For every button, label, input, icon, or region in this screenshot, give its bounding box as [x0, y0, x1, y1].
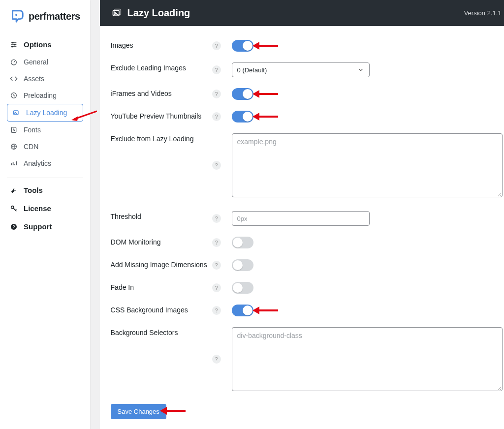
sidebar-item-label: Lazy Loading: [26, 109, 67, 117]
select-value: 0 (Default): [237, 66, 267, 74]
settings-form: Images ? Exclude Leading Images ? 0 (Def…: [100, 26, 504, 429]
help-icon[interactable]: ?: [212, 65, 221, 74]
help-icon[interactable]: ?: [212, 112, 221, 121]
wrench-icon: [10, 186, 18, 194]
toggle-fade-in[interactable]: [232, 282, 253, 294]
sidebar: perfmatters Options General Assets Prelo…: [0, 0, 90, 429]
label-css-bg: CSS Background Images: [111, 305, 212, 314]
toggle-youtube-thumbnails[interactable]: [232, 111, 253, 123]
annotation-arrow: [252, 111, 278, 123]
help-icon[interactable]: ?: [212, 261, 221, 270]
svg-rect-3: [11, 46, 13, 47]
images-icon: [112, 8, 122, 18]
input-threshold[interactable]: [232, 211, 370, 226]
label-threshold: Threshold: [111, 211, 212, 220]
select-exclude-leading[interactable]: 0 (Default): [232, 62, 370, 77]
sidebar-item-label: Analytics: [24, 159, 51, 167]
divider: [7, 178, 83, 178]
key-icon: [10, 205, 18, 213]
toggle-add-dimensions[interactable]: [232, 259, 253, 271]
label-dom-monitoring: DOM Monitoring: [111, 237, 212, 246]
sidebar-item-cdn[interactable]: CDN: [0, 138, 90, 155]
annotation-arrow: [252, 88, 278, 100]
sidebar-item-label: General: [24, 58, 48, 66]
help-icon[interactable]: ?: [212, 41, 221, 50]
label-exclude-leading: Exclude Leading Images: [111, 62, 212, 72]
label-youtube-thumbnails: YouTube Preview Thumbnails: [111, 111, 212, 120]
sidebar-item-label: Fonts: [24, 126, 41, 134]
perfmatters-logo-icon: [10, 9, 25, 24]
annotation-arrow: [252, 305, 278, 316]
save-button[interactable]: Save Changes: [111, 404, 166, 419]
sidebar-item-label: Support: [24, 222, 52, 231]
version-label: Version 2.1.1: [464, 9, 502, 17]
sidebar-item-analytics[interactable]: Analytics: [0, 155, 90, 172]
label-add-dimensions: Add Missing Image Dimensions: [111, 259, 212, 269]
textarea-bg-selectors[interactable]: [232, 327, 503, 391]
bar-chart-icon: [10, 159, 18, 167]
help-icon[interactable]: ?: [212, 161, 221, 170]
page-header: Lazy Loading Version 2.1.1: [100, 0, 504, 26]
toggle-images[interactable]: [232, 40, 253, 52]
brand-name: perfmatters: [29, 11, 80, 22]
help-icon: ?: [10, 223, 18, 231]
code-icon: [10, 75, 18, 83]
label-fade-in: Fade In: [111, 282, 212, 291]
sidebar-item-general[interactable]: General: [0, 54, 90, 70]
help-icon[interactable]: ?: [212, 355, 221, 364]
sidebar-item-support[interactable]: ? Support: [0, 217, 90, 236]
clock-icon: [10, 92, 18, 99]
page-title: Lazy Loading: [127, 7, 190, 19]
brand-logo: perfmatters: [0, 0, 90, 32]
label-exclude-lazy: Exclude from Lazy Loading: [111, 133, 212, 143]
svg-point-0: [15, 14, 17, 16]
svg-rect-1: [12, 42, 14, 43]
toggle-css-bg[interactable]: [232, 305, 253, 316]
sidebar-item-label: CDN: [24, 143, 38, 151]
label-images: Images: [111, 40, 212, 49]
help-icon[interactable]: ?: [212, 90, 221, 98]
label-bg-selectors: Background Selectors: [111, 327, 212, 337]
toggle-dom-monitoring[interactable]: [232, 237, 253, 248]
help-icon[interactable]: ?: [212, 214, 221, 223]
label-iframes: iFrames and Videos: [111, 88, 212, 97]
globe-icon: [10, 143, 18, 151]
sidebar-item-label: License: [24, 204, 51, 213]
svg-point-4: [11, 60, 17, 65]
annotation-arrow: [71, 109, 97, 121]
sidebar-item-fonts[interactable]: Fonts: [0, 122, 90, 138]
annotation-arrow: [252, 40, 278, 52]
chevron-down-icon: [357, 66, 364, 73]
svg-rect-2: [14, 44, 16, 45]
sidebar-item-label: Preloading: [24, 92, 57, 99]
font-icon: [10, 126, 18, 134]
sidebar-item-preloading[interactable]: Preloading: [0, 87, 90, 104]
toggle-iframes[interactable]: [232, 88, 253, 100]
svg-point-10: [11, 206, 14, 208]
gauge-icon: [10, 58, 18, 66]
sidebar-section-label: Options: [24, 40, 52, 49]
sidebar-item-license[interactable]: License: [0, 199, 90, 217]
images-icon: [12, 109, 20, 117]
textarea-exclude-lazy[interactable]: [232, 133, 503, 197]
sliders-icon: [10, 41, 18, 49]
help-icon[interactable]: ?: [212, 306, 221, 315]
svg-text:?: ?: [12, 224, 15, 229]
sidebar-item-label: Assets: [24, 75, 44, 83]
help-icon[interactable]: ?: [212, 238, 221, 247]
help-icon[interactable]: ?: [212, 283, 221, 292]
sidebar-item-label: Tools: [24, 186, 43, 194]
sidebar-section-options[interactable]: Options: [0, 35, 90, 54]
sidebar-item-lazy-loading[interactable]: Lazy Loading: [7, 104, 83, 122]
sidebar-item-assets[interactable]: Assets: [0, 70, 90, 87]
sidebar-item-tools[interactable]: Tools: [0, 181, 90, 199]
main-panel: Lazy Loading Version 2.1.1 Images ? Excl…: [100, 0, 504, 429]
